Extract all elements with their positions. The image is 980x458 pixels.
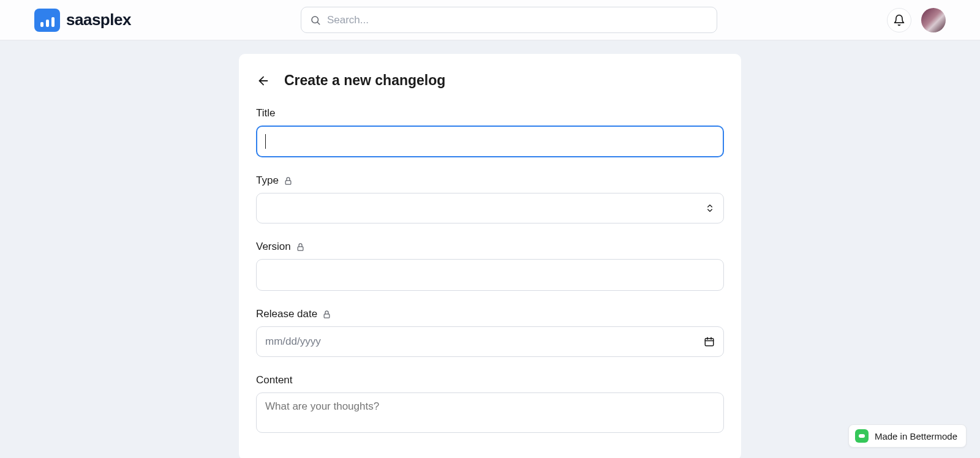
chevron-up-down-icon [705,203,715,214]
svg-rect-3 [285,180,291,184]
release-date-placeholder: mm/dd/yyyy [265,336,321,348]
type-label: Type [256,175,279,187]
version-input[interactable] [256,259,724,291]
text-caret [265,134,266,149]
brand[interactable]: saasplex [34,9,131,32]
page-title: Create a new changelog [284,72,445,89]
release-date-field: Release date mm/dd/yyyy [256,308,724,357]
content-field: Content [256,374,724,435]
search-icon [310,15,321,26]
type-select[interactable] [256,193,724,223]
made-in-bettermode-badge[interactable]: Made in Bettermode [848,424,967,448]
release-date-label: Release date [256,308,317,320]
title-field: Title [256,107,724,157]
badge-text: Made in Bettermode [875,431,957,441]
notifications-button[interactable] [887,8,911,32]
type-field: Type [256,175,724,223]
lock-icon [284,176,293,186]
svg-line-1 [317,22,319,24]
version-label: Version [256,241,291,253]
bettermode-logo-icon [855,429,869,443]
create-changelog-card: Create a new changelog Title Type Versio… [239,54,741,458]
app-header: saasplex [0,0,980,40]
svg-rect-4 [298,246,303,250]
lock-icon [322,310,331,319]
user-avatar[interactable] [921,8,946,32]
content-label: Content [256,374,293,386]
release-date-input[interactable]: mm/dd/yyyy [256,326,724,357]
bell-icon [893,14,905,26]
content-textarea[interactable] [256,392,724,433]
svg-point-0 [312,17,318,23]
svg-rect-6 [705,339,714,346]
brand-name: saasplex [66,10,131,29]
search-wrap [301,7,717,33]
search-box[interactable] [301,7,717,33]
card-header: Create a new changelog [256,72,724,89]
title-input[interactable] [256,126,724,157]
arrow-left-icon [257,74,270,88]
title-label: Title [256,107,276,119]
back-button[interactable] [256,73,271,88]
search-input[interactable] [326,13,708,27]
version-field: Version [256,241,724,291]
brand-logo-icon [34,9,60,32]
header-right [887,8,946,32]
lock-icon [296,242,305,252]
calendar-icon [704,336,715,347]
svg-rect-5 [324,313,330,317]
